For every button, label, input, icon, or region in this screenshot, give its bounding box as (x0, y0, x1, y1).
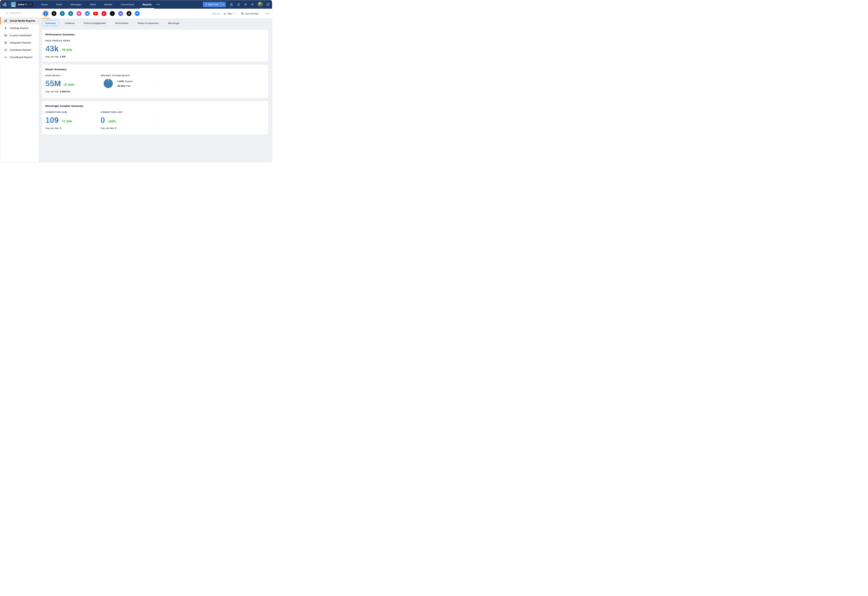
date-range-selector[interactable]: Last 30 Days (241, 12, 259, 15)
plus-icon: + (205, 3, 207, 6)
metric-connection-gain: CONNECTION GAIN 109 ↑77.24% Avg. per day… (42, 111, 97, 130)
empty-column (155, 111, 268, 130)
tab-posts-engagement[interactable]: Posts & Engagement (80, 20, 109, 26)
nav-item-messages[interactable]: Messages (66, 0, 86, 9)
arrow-up-icon: ↑ (62, 83, 64, 86)
new-post-dropdown-chevron-icon[interactable] (221, 2, 226, 7)
legend-organic: 1.64% Organic (117, 80, 133, 83)
new-post-button[interactable]: + New Post (203, 2, 226, 7)
google-icon: G (86, 12, 88, 15)
trend-up-indicator: ↑77.24% (61, 120, 72, 124)
mastodon-icon: m (120, 12, 122, 15)
brand-avatar (11, 2, 16, 7)
apps-grid-icon[interactable] (266, 3, 270, 6)
nav-item-reports[interactable]: Reports (138, 0, 156, 9)
sidebar-item-integration-reports[interactable]: Integration Reports (0, 39, 39, 46)
sidebar-item-hashtag-reports[interactable]: # Hashtag Reports (0, 24, 39, 32)
building-icon (69, 12, 72, 15)
sidebar-item-scheduled-reports[interactable]: Scheduled Reports (0, 46, 39, 54)
network-youtube[interactable] (93, 11, 98, 16)
network-pinterest[interactable]: P (102, 11, 106, 16)
messenger-insights-card: Messenger Insights Summary CONNECTION GA… (42, 101, 268, 135)
main-nav: Home Posts Messages Inbox Monitor Connec… (37, 0, 156, 9)
empty-column (155, 74, 268, 93)
app-window: Zylker T... Home Posts Messages Inbox Mo… (0, 0, 272, 162)
threads-icon: @ (128, 12, 130, 15)
sidebar-item-custom-dashboard[interactable]: Custom Dashboard (0, 32, 39, 39)
view-by-selector[interactable]: Day (223, 12, 235, 15)
facebook-icon: f (45, 12, 46, 15)
tab-performance[interactable]: Performance (112, 20, 132, 26)
chevron-down-icon (233, 13, 235, 14)
trend-up-indicator: ↑75.34% (61, 48, 72, 53)
network-x-twitter[interactable]: X (52, 11, 56, 16)
network-threads[interactable]: @ (127, 11, 132, 16)
nav-item-connections[interactable]: Connections (117, 0, 138, 9)
tab-messenger[interactable]: Messenger (164, 20, 183, 26)
sidebar-section-header: ALL REPORTS (0, 12, 39, 15)
arrow-up-icon: ↑ (61, 120, 62, 123)
nav-item-monitor[interactable]: Monitor (100, 0, 117, 9)
network-bluesky[interactable] (135, 11, 140, 16)
zoho-social-logo-icon (2, 2, 7, 7)
line-chart-icon (223, 12, 226, 15)
network-google-business[interactable]: G (85, 11, 90, 16)
legend-paid: 98.36% Paid (117, 85, 133, 87)
organic-paid-pie-chart (104, 79, 113, 88)
metric-label: PAGE REACH (45, 74, 97, 77)
network-icons: f X in (43, 11, 140, 16)
notifications-bell-icon[interactable] (237, 3, 240, 6)
view-by-label: View by: (212, 12, 221, 15)
view-by-value: Day (228, 12, 232, 15)
metric-value: 0 (101, 117, 105, 124)
network-instagram[interactable] (77, 11, 81, 16)
tab-audience[interactable]: Audience (61, 20, 78, 26)
reports-sidebar: ALL REPORTS Social Media Reports # Hasht… (0, 9, 39, 162)
nav-item-posts[interactable]: Posts (52, 0, 66, 9)
instagram-icon (78, 12, 80, 15)
nav-more-menu-icon[interactable] (156, 4, 160, 5)
network-linkedin[interactable]: in (60, 11, 65, 16)
tiktok-icon: ♪ (112, 12, 113, 15)
trend-up-indicator: ↑37.83% (62, 83, 74, 87)
sidebar-item-label: CrossBrand Reports (10, 56, 33, 59)
avg-per-day: Avg. per day: 0 (101, 127, 155, 130)
filter-more-menu-icon[interactable] (265, 13, 269, 14)
avg-per-day: Avg. per day: 1,425 (45, 55, 97, 58)
top-right-icons (230, 2, 270, 7)
sidebar-item-crossbrand-reports[interactable]: CrossBrand Reports (0, 54, 39, 61)
user-avatar[interactable] (258, 2, 263, 7)
nav-item-inbox[interactable]: Inbox (86, 0, 100, 9)
nodes-icon (4, 19, 7, 22)
activity-list-icon[interactable] (230, 3, 233, 6)
metric-page-profile-views: PAGE PROFILE VIEWS 43k ↑75.34% Avg. per … (42, 40, 97, 58)
metric-connection-lost: CONNECTION LOST 0 ↓100% Avg. per day: 0 (97, 111, 155, 130)
announcements-megaphone-icon[interactable] (251, 3, 254, 6)
clock-icon (4, 49, 7, 52)
sidebar-item-social-media-reports[interactable]: Social Media Reports (0, 17, 39, 24)
tab-reach-impression[interactable]: Reach & Impression (134, 20, 162, 26)
card-title: Messenger Insights Summary (42, 101, 268, 108)
network-facebook[interactable]: f (43, 11, 48, 16)
network-tiktok[interactable]: ♪ (110, 11, 115, 16)
sidebar-section-label: ALL REPORTS (6, 12, 22, 15)
tab-summary[interactable]: Summary (42, 20, 59, 26)
reach-summary-card: Reach Summary PAGE REACH 55M ↑37.83% Avg… (42, 64, 268, 98)
network-mastodon[interactable]: m (118, 11, 123, 16)
nav-item-home[interactable]: Home (37, 0, 52, 9)
chevron-down-icon (30, 4, 33, 5)
new-post-label: New Post (208, 3, 218, 6)
bluesky-butterfly-icon (136, 12, 139, 15)
network-linkedin-company[interactable] (68, 11, 73, 16)
settings-gear-icon[interactable] (244, 3, 247, 6)
metric-value: 109 (45, 117, 59, 124)
avg-per-day: Avg. per day: 1,836,412 (45, 90, 97, 93)
card-title: Reach Summary (42, 65, 268, 71)
sidebar-item-label: Hashtag Reports (10, 27, 29, 30)
sidebar-section-rule (24, 13, 36, 13)
youtube-play-icon (95, 13, 96, 15)
calendar-icon (241, 12, 244, 15)
pinterest-icon: P (103, 12, 105, 15)
brand-selector[interactable]: Zylker T... (11, 2, 33, 7)
metric-value: 43k (45, 45, 59, 53)
